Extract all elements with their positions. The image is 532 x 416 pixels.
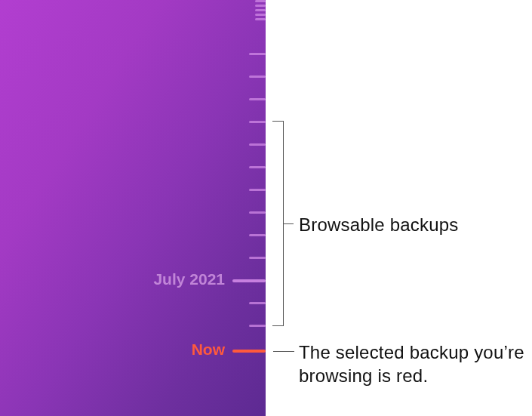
month-label: July 2021	[153, 270, 225, 288]
now-label: Now	[192, 341, 225, 359]
timeline-tick[interactable]	[255, 0, 266, 2]
timeline-tick[interactable]	[255, 9, 266, 11]
timeline-tick[interactable]	[255, 18, 266, 20]
annotation-selected: The selected backup you’re browsing is r…	[299, 341, 525, 387]
timeline-tick[interactable]	[249, 143, 266, 146]
timeline-tick[interactable]	[249, 166, 266, 168]
timeline-tick[interactable]	[255, 14, 266, 16]
timeline-tick[interactable]	[249, 98, 266, 100]
timeline-tick-now[interactable]	[232, 350, 266, 353]
timeline-tick[interactable]	[249, 325, 266, 327]
timeline-panel: July 2021 Now	[0, 0, 266, 416]
leader-selected	[273, 351, 294, 352]
timeline-tick[interactable]	[249, 234, 266, 236]
timeline-tick[interactable]	[249, 53, 266, 55]
timeline-tick-month[interactable]	[232, 279, 266, 282]
timeline-tick[interactable]	[249, 211, 266, 214]
timeline-tick[interactable]	[255, 5, 266, 7]
timeline-tick[interactable]	[249, 75, 266, 78]
timeline-tick[interactable]	[249, 302, 266, 304]
bracket-browsable	[273, 121, 284, 326]
timeline-tick[interactable]	[249, 257, 266, 259]
timeline-tick[interactable]	[249, 121, 266, 123]
timeline-tick[interactable]	[249, 189, 266, 191]
annotation-browsable: Browsable backups	[299, 213, 459, 236]
